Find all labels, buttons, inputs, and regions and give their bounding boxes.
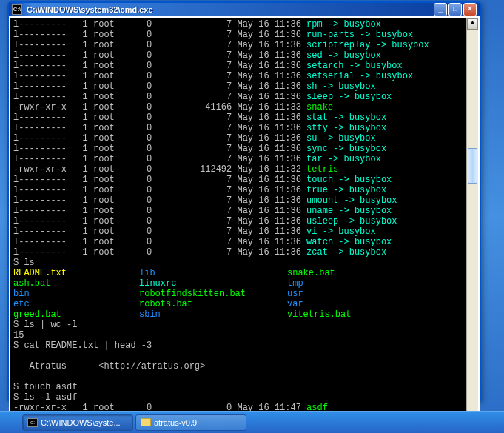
window-title: C:\WINDOWS\system32\cmd.exe (25, 5, 434, 14)
titlebar[interactable]: C:\ C:\WINDOWS\system32\cmd.exe _ □ × (9, 3, 480, 16)
terminal-area: l--------- 1 root 0 7 May 16 11:36 rpm -… (9, 16, 480, 433)
cmd-icon: c: (27, 418, 38, 427)
scrollbar[interactable]: ▲ ▼ (466, 18, 478, 433)
taskbar-item-cmd[interactable]: c: C:\WINDOWS\syste... (22, 414, 133, 431)
taskbar-item-label: C:\WINDOWS\syste... (41, 418, 121, 427)
scroll-up-button[interactable]: ▲ (467, 18, 478, 30)
taskbar-item-label: atratus-v0.9 (154, 418, 197, 427)
cmd-icon: C:\ (12, 4, 22, 15)
close-button[interactable]: × (463, 3, 477, 16)
taskbar-item-folder[interactable]: atratus-v0.9 (135, 414, 246, 431)
taskbar: c: C:\WINDOWS\syste... atratus-v0.9 (0, 411, 504, 433)
scroll-track[interactable] (467, 30, 478, 423)
maximize-button[interactable]: □ (448, 3, 462, 16)
folder-icon (141, 418, 151, 426)
minimize-button[interactable]: _ (434, 3, 447, 16)
cmd-window: C:\ C:\WINDOWS\system32\cmd.exe _ □ × l-… (7, 1, 481, 401)
terminal-output[interactable]: l--------- 1 root 0 7 May 16 11:36 rpm -… (10, 18, 466, 433)
scroll-thumb[interactable] (468, 148, 477, 184)
